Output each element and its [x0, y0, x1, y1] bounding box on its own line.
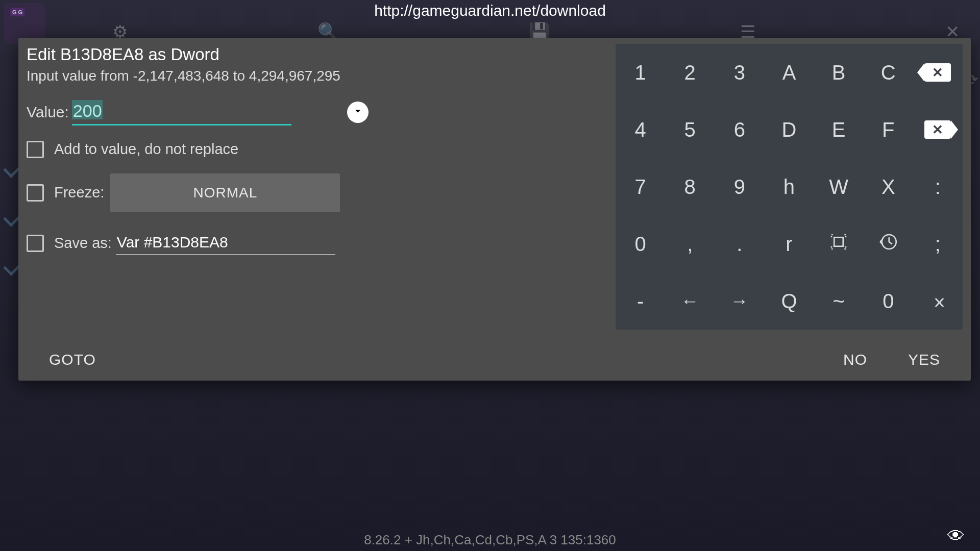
key-minus[interactable]: -: [616, 272, 665, 330]
goto-button[interactable]: GOTO: [49, 351, 96, 368]
value-label: Value:: [27, 104, 69, 121]
saveas-checkbox[interactable]: [27, 235, 44, 252]
freeze-label: Freeze:: [54, 184, 104, 201]
key-2[interactable]: 2: [665, 44, 715, 101]
key-left[interactable]: ←: [665, 272, 715, 330]
key-4[interactable]: 4: [616, 101, 665, 158]
bg-decor: [5, 163, 19, 272]
key-comma[interactable]: ,: [665, 215, 715, 272]
key-6[interactable]: 6: [715, 101, 735, 158]
freeze-mode-button[interactable]: NORMAL: [110, 173, 340, 212]
dialog-left-pane: Edit B13D8EA8 as Dword Input value from …: [27, 44, 369, 345]
value-dropdown[interactable]: [347, 102, 369, 123]
value-selection-highlight: [72, 100, 103, 119]
saveas-label: Save as:: [54, 235, 112, 252]
edit-dialog: Edit B13D8EA8 as Dword Input value from …: [18, 38, 735, 381]
key-8[interactable]: 8: [665, 158, 715, 215]
key-3[interactable]: 3: [715, 44, 735, 101]
add-label: Add to value, do not replace: [54, 141, 238, 158]
hex-keypad: 1 2 3 A B C ✕ 4 5 6 D E F ✕ 7 8 9 h W X …: [616, 44, 735, 330]
freeze-mode-label: NORMAL: [193, 185, 257, 201]
value-row: Value:: [27, 99, 369, 126]
dialog-title: Edit B13D8EA8 as Dword: [27, 44, 369, 65]
dialog-footer: GOTO NO YES: [18, 339, 735, 381]
freeze-checkbox[interactable]: [27, 184, 44, 202]
key-5[interactable]: 5: [665, 101, 715, 158]
key-7[interactable]: 7: [616, 158, 665, 215]
dialog-subtitle: Input value from -2,147,483,648 to 4,294…: [27, 67, 369, 85]
key-0[interactable]: 0: [616, 215, 665, 272]
key-9[interactable]: 9: [715, 158, 735, 215]
add-checkbox[interactable]: [27, 141, 44, 158]
value-input[interactable]: [72, 99, 291, 126]
key-1[interactable]: 1: [616, 44, 665, 101]
add-row: Add to value, do not replace: [27, 141, 369, 158]
freeze-row: Freeze: NORMAL: [27, 173, 369, 212]
watermark-url: http://gameguardian.net/download: [0, 2, 735, 19]
key-period[interactable]: .: [715, 215, 735, 272]
key-right[interactable]: →: [715, 272, 735, 330]
saveas-input[interactable]: [116, 232, 335, 255]
chevron-down-icon: [353, 106, 363, 118]
saveas-row: Save as:: [27, 232, 369, 255]
